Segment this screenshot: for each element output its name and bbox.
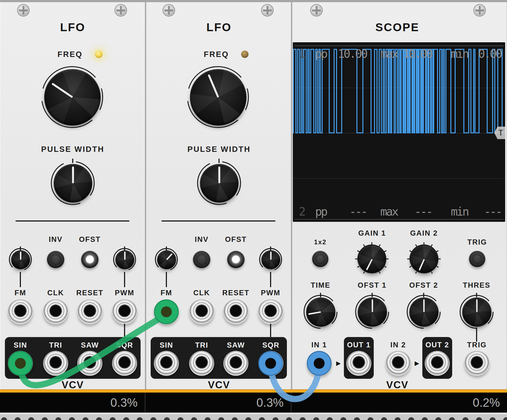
pwm-input-label: PWM [115, 289, 134, 297]
pulse-width-label: PULSE WIDTH [188, 145, 251, 154]
tri-output-jack[interactable] [189, 351, 214, 376]
out1-label: OUT 1 [347, 341, 370, 349]
module-boundary [145, 2, 147, 389]
connector-line [124, 272, 125, 287]
freq-led [95, 51, 103, 58]
reset-input-jack[interactable] [77, 299, 102, 324]
1x2-label: 1x2 [314, 238, 327, 246]
screen-stats-row2: 2 pp --- max --- min --- [293, 205, 505, 217]
reset-input-label: RESET [222, 289, 249, 297]
inv-label: INV [195, 235, 208, 244]
connector-line [270, 272, 271, 287]
clk-input-jack[interactable] [189, 299, 214, 324]
saw-output-jack[interactable] [223, 351, 248, 376]
min-value: 0.00 [455, 47, 501, 60]
max-value: 10.00 [386, 47, 432, 60]
in2-label: IN 2 [390, 341, 406, 349]
freq-led [241, 51, 249, 58]
invert-button[interactable] [193, 251, 210, 268]
signal-arrow-icon: ▶ [415, 360, 419, 367]
inv-label: INV [49, 235, 62, 244]
module-lfo-2: LFO FREQ PULSE WIDTH INV OFST [146, 2, 292, 389]
gain1-label: GAIN 1 [358, 229, 386, 238]
offset-button[interactable] [81, 251, 99, 268]
gain2-label: GAIN 2 [410, 229, 438, 238]
pulse-width-knob[interactable] [196, 160, 242, 206]
clk-input-label: CLK [193, 289, 210, 297]
out2-jack[interactable] [425, 351, 450, 376]
sin-output-label: SIN [160, 341, 173, 350]
ofst-label: OFST [225, 235, 247, 244]
rack-accent-bar [0, 389, 507, 393]
fm-input-jack[interactable] [8, 299, 33, 324]
pwm-input-jack[interactable] [258, 299, 283, 324]
gain2-knob[interactable] [406, 241, 442, 277]
ofst-label: OFST [79, 235, 101, 244]
clk-input-jack[interactable] [43, 299, 68, 324]
saw-output-label: SAW [81, 341, 99, 350]
connector-line [20, 272, 21, 287]
knob-tick [372, 293, 373, 297]
offset-button[interactable] [227, 251, 245, 268]
cpu-percent: 0.3% [256, 396, 284, 409]
reset-input-jack[interactable] [223, 299, 248, 324]
trig-jack-label: TRIG [467, 341, 487, 349]
freq-label: FREQ [204, 50, 229, 59]
pp-value: 10.00 [321, 47, 367, 60]
thres-knob[interactable] [459, 294, 495, 330]
pwm-input-label: PWM [261, 289, 280, 297]
vcv-rack-view: LFO FREQ PULSE WIDTH INV OFST [0, 0, 507, 420]
knob-cap [115, 250, 134, 269]
clk-input-label: CLK [47, 289, 64, 297]
fm-input-jack[interactable] [154, 299, 179, 324]
tri-output-jack[interactable] [43, 351, 68, 376]
cpu-percent: 0.2% [473, 396, 500, 409]
divider [161, 220, 275, 222]
screw-icon [115, 4, 127, 17]
pulse-width-knob[interactable] [49, 160, 96, 206]
knob-tick [320, 293, 321, 297]
time-knob[interactable] [303, 294, 338, 330]
1x2-button[interactable] [312, 251, 328, 267]
sin-output-jack[interactable] [8, 351, 33, 376]
trig-button[interactable] [469, 251, 485, 267]
trig-jack[interactable] [464, 351, 489, 376]
freq-knob[interactable] [185, 64, 251, 130]
output-strip: SIN TRI SAW SQR [151, 337, 287, 379]
out2-label: OUT 2 [425, 341, 449, 349]
fm-attenuator-knob[interactable] [8, 248, 32, 271]
knob-cap [358, 297, 387, 327]
in2-jack[interactable] [386, 351, 411, 376]
screw-icon [261, 4, 274, 17]
invert-button[interactable] [47, 251, 64, 268]
sin-output-jack[interactable] [154, 351, 179, 376]
sqr-output-jack[interactable] [258, 351, 283, 376]
knob-tick [72, 159, 73, 163]
knob-cap [306, 297, 335, 327]
pwm-attenuator-knob[interactable] [113, 248, 137, 271]
ofst2-knob[interactable] [406, 294, 442, 330]
knob-cap [157, 250, 176, 269]
scope-screen: 1 pp 10.00 max 10.00 min 0.00 T 2 pp ---… [293, 42, 505, 222]
ofst1-knob[interactable] [354, 294, 390, 330]
fm-attenuator-knob[interactable] [154, 248, 178, 271]
trig-button-label: TRIG [467, 238, 487, 246]
reset-input-label: RESET [76, 289, 103, 297]
ofst1-label: OFST 1 [358, 281, 387, 290]
gain1-knob[interactable] [354, 241, 390, 277]
knob-cap [200, 164, 239, 203]
knob-cap [462, 297, 492, 327]
pwm-input-jack[interactable] [112, 299, 137, 324]
out1-jack[interactable] [346, 351, 371, 376]
saw-output-jack[interactable] [77, 351, 102, 376]
in1-jack[interactable] [307, 351, 332, 376]
sqr-output-label: SQR [262, 341, 279, 350]
freq-knob[interactable] [39, 64, 105, 130]
sqr-output-jack[interactable] [112, 351, 137, 376]
fm-input-label: FM [161, 289, 172, 297]
cpu-meter-lfo1: 0.3% [0, 393, 145, 412]
pwm-attenuator-knob[interactable] [259, 248, 283, 271]
knob-tick [218, 159, 220, 163]
max-value: --- [386, 205, 432, 218]
knob-cap [44, 69, 101, 126]
